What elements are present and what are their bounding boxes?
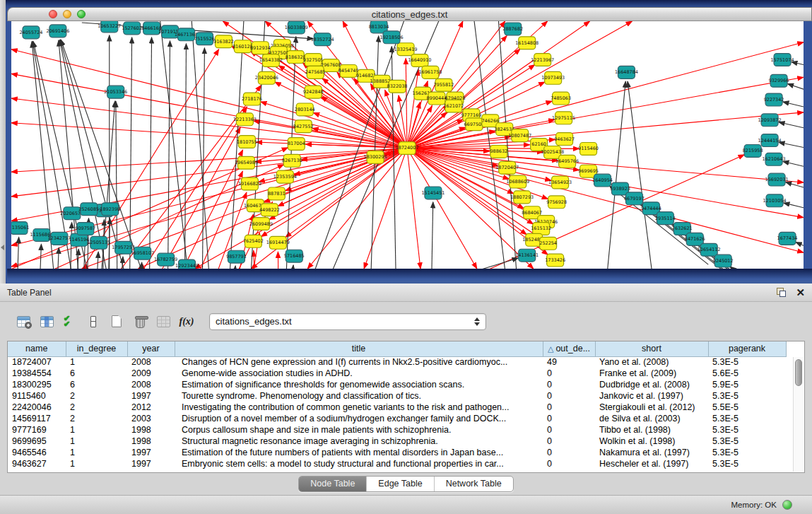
graph-node[interactable]: 10807487 [508,129,531,142]
close-panel-icon[interactable]: ✕ [796,287,805,298]
graph-node[interactable]: 16914479 [266,236,290,249]
table-row[interactable]: 911546021997Tourette syndrome. Phenomeno… [8,390,786,402]
graph-node[interactable]: 2887682 [502,23,523,35]
graph-node[interactable]: 18352724 [311,33,334,46]
network-window-titlebar[interactable]: citations_edges.txt [7,7,812,21]
row-height-icon[interactable] [83,312,104,332]
graph-node[interactable]: 18300295 [364,151,387,163]
graph-node[interactable]: 2718176 [242,93,262,105]
graph-node[interactable]: 2475685 [305,66,326,78]
graph-node[interactable]: 20691406 [46,25,69,37]
graph-node[interactable]: 18724007 [396,142,419,155]
graph-node[interactable]: 1527602 [122,22,142,35]
graph-node[interactable]: 7625402 [243,235,264,247]
graph-node[interactable]: 19166829 [238,177,261,190]
graph-node[interactable]: 6679197 [624,192,645,205]
tab-node-table[interactable]: Node Table [299,477,366,491]
graph-node[interactable]: 1810755 [237,136,257,148]
graph-node[interactable]: 5716485 [284,250,305,262]
graph-node[interactable]: 9245012 [713,255,734,267]
graph-node[interactable]: 9115460 [578,143,599,156]
column-header-name[interactable]: name [8,341,66,356]
table-row[interactable]: 977716911998Corpus callosum shape and si… [8,424,786,436]
graph-node[interactable]: 21053346 [104,86,127,98]
scrollbar-thumb[interactable] [795,359,802,386]
network-canvas[interactable]: 1872400718300295916382281601288912934232… [11,21,804,269]
graph-node[interactable]: 19654985 [235,156,258,169]
graph-node[interactable]: 15751074 [771,54,794,66]
graph-node[interactable]: 16961758 [418,66,442,78]
graph-node[interactable]: 16958107 [131,247,154,259]
graph-node[interactable]: 4498222 [259,204,280,216]
column-header-in_degree[interactable]: in_degree [66,341,127,356]
table-selector-dropdown[interactable]: citations_edges.txt [209,313,486,330]
import-table-icon[interactable] [153,312,174,332]
graph-node[interactable]: 12213363 [233,113,257,126]
float-panel-icon[interactable] [777,288,786,297]
graph-node[interactable]: 18720407 [495,161,519,174]
graph-node[interactable]: 9097587 [75,223,95,235]
graph-node[interactable]: 12923448 [175,259,199,269]
graph-node[interactable]: 817004 [288,138,305,151]
column-settings-icon[interactable] [13,312,34,332]
graph-node[interactable]: 23420046 [255,71,278,84]
delete-table-icon[interactable] [129,312,151,332]
graph-node[interactable]: 1615132 [531,223,551,235]
graph-node[interactable]: 1733426 [545,254,565,267]
graph-node[interactable]: 8912934 [250,42,271,54]
graph-node[interactable]: 12342757 [47,232,71,245]
column-header-out_de[interactable]: △out_de... [543,341,595,356]
table-row[interactable]: 1456911722003Disruption of a novel membe… [8,413,786,424]
graph-node[interactable]: 1640954 [592,174,613,187]
graph-node[interactable]: 8215958 [743,145,763,158]
graph-node[interactable]: 15692031 [765,173,789,186]
table-row[interactable]: 1830029562008Estimation of significance … [8,379,786,390]
column-header-short[interactable]: short [595,341,708,356]
graph-node[interactable]: 2526085 [78,203,99,216]
graph-node[interactable]: 10653227 [98,21,121,33]
graph-node[interactable]: 2803144 [295,103,315,116]
table-scrollbar[interactable] [793,357,804,472]
graph-node[interactable]: 8322038 [387,80,408,93]
graph-node[interactable]: 15145451 [421,187,445,199]
graph-node[interactable]: 1621072 [443,100,464,112]
graph-node[interactable]: 988632 [490,145,507,158]
graph-node[interactable]: 12505135 [87,236,110,249]
graph-node[interactable]: 10688609 [506,175,529,188]
select-all-rows-icon[interactable] [59,312,81,332]
graph-node[interactable]: 7955812 [433,78,454,91]
table-row[interactable]: 2242004622012Investigating the contribut… [8,402,786,413]
graph-node[interactable]: 9242848 [303,86,324,98]
graph-node[interactable]: 24055724 [19,26,42,39]
column-header-title[interactable]: title [175,341,543,356]
memory-status-indicator[interactable] [782,500,792,510]
graph-node[interactable]: 19218506 [380,31,404,44]
graph-node[interactable]: 8427552 [293,120,314,133]
table-row[interactable]: 969969511998Structural magnetic resonanc… [8,436,786,447]
graph-node[interactable]: 10654112 [698,243,721,256]
column-header-year[interactable]: year [127,341,175,356]
graph-node[interactable]: 9857791 [226,250,247,263]
graph-node[interactable]: 9163822 [213,35,234,48]
graph-node[interactable]: 7485063 [551,92,571,105]
graph-node[interactable]: 13325419 [394,43,418,56]
graph-node[interactable]: 1892398 [100,203,120,216]
graph-node[interactable]: 2935114 [655,212,676,225]
tab-network-table[interactable]: Network Table [434,477,513,491]
graph-node[interactable]: 13654923 [548,176,572,189]
graph-node[interactable]: 1145194 [69,233,89,246]
graph-node[interactable]: 16640910 [408,54,431,67]
citation-network-graph[interactable]: 1872400718300295916382281601288912934232… [11,21,804,269]
graph-node[interactable]: 12103054 [763,194,787,207]
function-builder-icon[interactable]: f(x) [176,312,197,332]
panel-collapse-arrow-icon[interactable] [1,245,4,250]
table-row[interactable]: 1872400712008Changes of HCN gene express… [8,356,786,368]
graph-node[interactable]: 10973493 [541,71,565,84]
show-columns-icon[interactable] [36,312,57,332]
graph-node[interactable]: 9756928 [546,196,567,209]
table-row[interactable]: 946362711997Embryonic stem cells: a mode… [8,458,786,469]
graph-node[interactable]: 16495766 [555,155,579,168]
graph-node[interactable]: 7515526 [194,33,215,45]
graph-node[interactable]: 16543382 [259,54,283,67]
table-row[interactable]: 946554611997Estimation of the future num… [8,447,786,458]
